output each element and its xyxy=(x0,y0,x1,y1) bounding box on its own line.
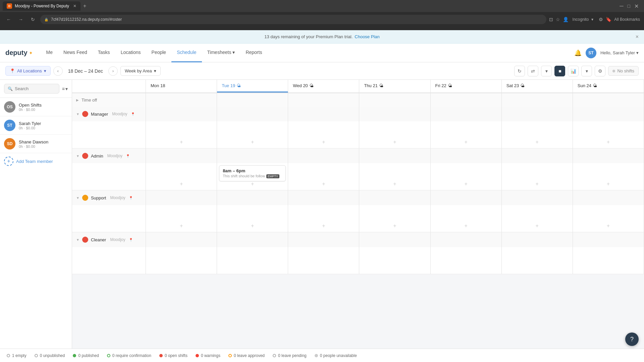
close-window-button[interactable]: ✕ xyxy=(634,3,639,9)
maximize-button[interactable]: □ xyxy=(628,3,630,9)
sidebar: 🔍 ≡ ▾ OS Open Shifts 0h · $0.00 ST Sarah… xyxy=(0,80,72,349)
fill-button[interactable]: ■ xyxy=(554,66,565,76)
schedule-grid: Mon 18 Tue 19 🌤 Wed 20 🌤 Thu 21 🌤 Fri 22… xyxy=(72,80,644,349)
support-header-fri xyxy=(431,190,502,205)
tue-label: Tue 19 🌤 xyxy=(222,83,283,88)
person-sarah-tyler[interactable]: ST Sarah Tyler 0h · $0.00 xyxy=(0,116,72,135)
help-icon: ? xyxy=(630,336,634,343)
admin-thu-add[interactable]: + xyxy=(391,180,399,188)
admin-wed-cell: + xyxy=(288,163,359,190)
extensions-icon[interactable]: ⚙ xyxy=(599,17,603,22)
open-shifts-row[interactable]: OS Open Shifts 0h · $0.00 xyxy=(0,98,72,116)
bookmarks-icon[interactable]: 🔖 xyxy=(606,17,611,22)
support-thu-add[interactable]: + xyxy=(391,222,399,230)
admin-header-mon xyxy=(146,148,217,163)
manager-sun-add[interactable]: + xyxy=(604,138,612,146)
active-tab[interactable]: D Moodjoy - Powered By Deputy ✕ xyxy=(3,1,80,11)
minimize-button[interactable]: ─ xyxy=(620,3,623,9)
choose-plan-link[interactable]: Choose Plan xyxy=(355,34,379,39)
manager-fri-add[interactable]: + xyxy=(462,138,470,146)
manager-sat-add[interactable]: + xyxy=(533,138,541,146)
notifications-bell[interactable]: 🔔 xyxy=(574,49,582,57)
support-wed-add[interactable]: + xyxy=(320,222,328,230)
admin-sub: Moodjoy xyxy=(107,154,122,158)
chart-button[interactable]: 📊 xyxy=(568,66,579,76)
admin-shift-desc: This shift should be followEMPTY xyxy=(223,174,282,178)
no-shifts-badge: No shifts xyxy=(608,66,639,76)
manager-header-thu xyxy=(359,107,430,121)
cleaner-area-header: ▼ Cleaner Moodjoy 📍 xyxy=(72,232,644,247)
support-tue-add[interactable]: + xyxy=(249,222,257,230)
premium-banner: 13 days remaining of your Premium Plan t… xyxy=(0,30,644,44)
cleaner-expand-button[interactable]: ▼ xyxy=(76,238,79,242)
location-selector[interactable]: 📍 All Locations ▾ xyxy=(5,66,51,76)
support-mon-add[interactable]: + xyxy=(177,222,185,230)
reload-button[interactable]: ↻ xyxy=(28,15,38,24)
support-sun-add[interactable]: + xyxy=(604,222,612,230)
nav-item-people[interactable]: People xyxy=(146,44,172,62)
search-input[interactable] xyxy=(15,86,56,91)
bookmark-icon[interactable]: ☆ xyxy=(556,17,560,22)
tab-close-button[interactable]: ✕ xyxy=(73,4,76,8)
support-sat-add[interactable]: + xyxy=(533,222,541,230)
prev-week-button[interactable]: ‹ xyxy=(53,66,63,76)
admin-tue-cell[interactable]: 8am – 6pm This shift should be followEMP… xyxy=(217,163,288,190)
nav-item-tasks[interactable]: Tasks xyxy=(93,44,115,62)
cleaner-color-dot xyxy=(82,237,88,243)
browser-actions: ⊡ ☆ 👤 Incognito ▾ ⚙ 🔖 All Bookmarks xyxy=(549,17,640,22)
user-greeting[interactable]: Hello, Sarah Tyler ▾ xyxy=(600,50,639,55)
admin-expand-button[interactable]: ▼ xyxy=(76,154,79,158)
logo: deputy ✦ xyxy=(5,49,33,57)
add-team-member-button[interactable]: + Add Team member xyxy=(0,153,72,169)
empty-label: 1 empty xyxy=(12,353,26,358)
admin-sun-add[interactable]: + xyxy=(604,180,612,188)
fri-weather: 🌤 xyxy=(448,83,452,88)
manager-tue-add[interactable]: + xyxy=(249,138,257,146)
support-expand-button[interactable]: ▼ xyxy=(76,196,79,200)
nav-item-news-feed[interactable]: News Feed xyxy=(58,44,93,62)
logo-text: deputy xyxy=(5,49,28,57)
sort-button[interactable]: ≡ ▾ xyxy=(62,86,68,92)
search-input-wrapper[interactable]: 🔍 xyxy=(4,84,59,94)
admin-sat-cell: + xyxy=(502,163,573,190)
dropdown-button[interactable]: ▾ xyxy=(541,66,552,76)
help-button[interactable]: ? xyxy=(625,333,639,346)
admin-tue-shift-card[interactable]: 8am – 6pm This shift should be followEMP… xyxy=(219,165,286,181)
browser-controls: ← → ↻ 🔒 7cf47d19112152.na.deputy.com/#ro… xyxy=(0,12,644,27)
forward-button[interactable]: → xyxy=(16,15,25,24)
admin-fri-add[interactable]: + xyxy=(462,180,470,188)
wed-weather: 🌤 xyxy=(309,83,314,88)
nav-item-reports[interactable]: Reports xyxy=(240,44,267,62)
chart-arrow-button[interactable]: ▾ xyxy=(581,66,592,76)
back-button[interactable]: ← xyxy=(4,15,13,24)
settings-button[interactable]: ⚙ xyxy=(595,66,605,76)
fri-label: Fri 22 🌤 xyxy=(435,83,497,88)
admin-tue-add[interactable]: + xyxy=(249,180,257,188)
nav-item-locations[interactable]: Locations xyxy=(115,44,146,62)
admin-wed-add[interactable]: + xyxy=(320,180,328,188)
nav-item-timesheets[interactable]: Timesheets ▾ xyxy=(202,44,240,62)
cleaner-pin-icon: 📍 xyxy=(129,238,133,242)
admin-sat-add[interactable]: + xyxy=(533,180,541,188)
next-week-button[interactable]: › xyxy=(108,66,118,76)
nav-item-schedule[interactable]: Schedule xyxy=(171,44,202,62)
support-fri-add[interactable]: + xyxy=(462,222,470,230)
manager-mon-add[interactable]: + xyxy=(177,138,185,146)
view-selector[interactable]: Week by Area ▾ xyxy=(120,66,161,76)
time-off-expand-button[interactable]: ▶ xyxy=(76,98,79,102)
nav-item-me[interactable]: Me xyxy=(41,44,58,62)
admin-mon-add[interactable]: + xyxy=(177,180,185,188)
refresh-button[interactable]: ↻ xyxy=(514,66,525,76)
banner-close-button[interactable]: × xyxy=(636,34,639,40)
admin-header-fri xyxy=(431,148,502,163)
address-bar[interactable]: 🔒 7cf47d19112152.na.deputy.com/#roster xyxy=(40,15,546,24)
manager-expand-button[interactable]: ▼ xyxy=(76,112,79,116)
new-tab-button[interactable]: + xyxy=(83,3,86,9)
profile-icon[interactable]: 👤 xyxy=(563,17,569,22)
leave-approved-label: 0 leave approved xyxy=(234,353,265,358)
manager-thu-add[interactable]: + xyxy=(391,138,399,146)
manager-wed-add[interactable]: + xyxy=(320,138,328,146)
person-shane-dawson[interactable]: SD Shane Dawson 0h · $0.00 xyxy=(0,135,72,153)
filter-button[interactable]: ⇄ xyxy=(528,66,538,76)
day-header-wed: Wed 20 🌤 xyxy=(288,80,359,93)
